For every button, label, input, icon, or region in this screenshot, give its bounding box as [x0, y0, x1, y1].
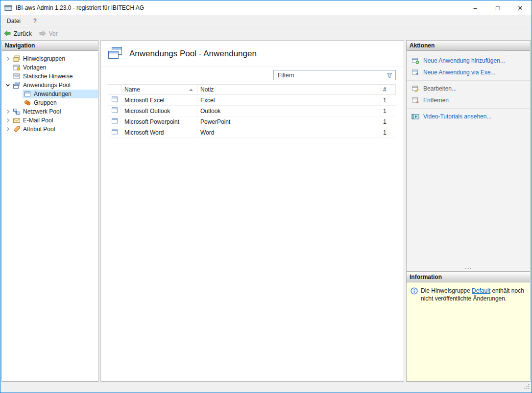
separator — [407, 80, 530, 81]
default-group-link[interactable]: Default — [472, 287, 490, 294]
application-icon — [111, 96, 118, 104]
information-panel: Information Die Hinweisgruppe Default en… — [406, 272, 531, 382]
action-neue-anwendung-hinzufuegen[interactable]: Neue Anwendung hinzufügen... — [407, 55, 530, 67]
close-icon: ✕ — [518, 4, 523, 12]
close-button[interactable]: ✕ — [509, 0, 532, 15]
panel-splitter[interactable] — [407, 266, 530, 271]
status-bar — [0, 382, 532, 393]
column-header-count[interactable]: # — [380, 85, 396, 94]
info-icon — [411, 287, 418, 295]
chevron-right-icon[interactable] — [4, 56, 12, 61]
forward-arrow-icon — [39, 29, 47, 39]
tree-item-anwendungs-pool[interactable]: Anwendungs Pool — [2, 81, 98, 90]
information-header: Information — [407, 272, 530, 282]
new-application-icon — [411, 57, 419, 65]
cell-notiz: PowerPoint — [197, 116, 380, 127]
minimize-button[interactable]: – — [464, 0, 486, 15]
column-header-notiz[interactable]: Notiz — [197, 85, 380, 94]
attribut-pool-icon — [13, 125, 21, 133]
action-bearbeiten[interactable]: Bearbeiten... — [407, 83, 530, 94]
tree-item-anwendungen[interactable]: Anwendungen — [2, 90, 98, 98]
navigation-header: Navigation — [2, 41, 98, 51]
applications-header-icon — [108, 46, 122, 61]
cell-notiz: Word — [197, 127, 380, 138]
chevron-right-icon[interactable] — [4, 118, 12, 123]
title-bar: IBI-aws Admin 1.23.0 - registriert für I… — [0, 0, 532, 15]
applications-table: Name Notiz # Microsoft Excel Excel 1 Mic… — [108, 84, 396, 138]
client-area: Navigation Hinweisgruppen Vorlagen Stati… — [0, 40, 532, 382]
maximize-icon: □ — [496, 4, 500, 12]
actions-panel: Aktionen Neue Anwendung hinzufügen... Ne… — [406, 40, 531, 272]
tree-item-statische-hinweise[interactable]: Statische Hinweise — [2, 72, 98, 81]
menu-datei[interactable]: Datei — [7, 18, 21, 24]
tree-item-vorlagen[interactable]: Vorlagen — [2, 63, 98, 72]
forward-button[interactable]: Vor — [39, 29, 58, 39]
back-arrow-icon — [3, 29, 11, 39]
tree-item-attribut-pool[interactable]: Attribut Pool — [2, 125, 98, 134]
app-icon — [4, 4, 12, 12]
maximize-button[interactable]: □ — [486, 0, 509, 15]
menu-help[interactable]: ? — [33, 18, 37, 24]
vorlagen-icon — [13, 64, 21, 71]
information-content: Die Hinweisgruppe Default enthält noch n… — [407, 282, 530, 381]
action-neue-anwendung-via-exe[interactable]: Neue Anwendung via Exe... — [407, 67, 530, 78]
anwendungs-pool-icon — [13, 81, 21, 89]
filter-input[interactable] — [278, 70, 386, 80]
back-button[interactable]: Zurück — [3, 29, 32, 39]
new-application-exe-icon — [411, 69, 419, 76]
table-row-outlook[interactable]: Microsoft Outlook Outlook 1 — [108, 106, 396, 116]
chevron-right-icon[interactable] — [4, 109, 12, 114]
cell-count: 1 — [380, 127, 396, 138]
cell-name: Microsoft Excel — [121, 95, 197, 105]
chevron-down-icon[interactable] — [4, 83, 12, 88]
main-panel: Anwendungs Pool - Anwendungen Name Notiz… — [100, 40, 404, 382]
application-icon — [111, 107, 118, 115]
cell-notiz: Outlook — [197, 106, 380, 116]
email-pool-icon — [13, 116, 21, 124]
cell-notiz: Excel — [197, 95, 380, 105]
actions-header: Aktionen — [407, 41, 530, 51]
window-title: IBI-aws Admin 1.23.0 - registriert für I… — [16, 4, 144, 11]
cell-count: 1 — [380, 106, 396, 116]
column-header-icon — [108, 85, 121, 94]
page-title: Anwendungs Pool - Anwendungen — [129, 49, 257, 59]
column-header-name[interactable]: Name — [121, 85, 197, 94]
separator — [407, 108, 530, 109]
action-list: Neue Anwendung hinzufügen... Neue Anwend… — [407, 51, 530, 122]
tree-item-email-pool[interactable]: E-Mail Pool — [2, 116, 98, 125]
tree-item-hinweisgruppen[interactable]: Hinweisgruppen — [2, 54, 98, 63]
gruppen-icon — [24, 99, 31, 107]
edit-icon — [411, 85, 419, 92]
action-entfernen[interactable]: Entfernen — [407, 94, 530, 106]
remove-icon — [411, 96, 419, 104]
tree-item-gruppen[interactable]: Gruppen — [2, 98, 98, 107]
application-icon — [111, 128, 118, 137]
chevron-right-icon[interactable] — [4, 127, 12, 132]
table-row-excel[interactable]: Microsoft Excel Excel 1 — [108, 95, 396, 106]
filter-box — [273, 70, 396, 80]
filter-row — [101, 67, 404, 83]
tree-item-netzwerk-pool[interactable]: Netzwerk Pool — [2, 107, 98, 116]
resize-grip[interactable] — [524, 383, 530, 391]
minimize-icon: – — [473, 4, 477, 12]
table-row-word[interactable]: Microsoft Word Word 1 — [108, 127, 396, 138]
right-column: Aktionen Neue Anwendung hinzufügen... Ne… — [406, 40, 531, 382]
video-tutorials-icon — [411, 113, 419, 120]
netzwerk-pool-icon — [13, 108, 21, 116]
table-row-powerpoint[interactable]: Microsoft Powerpoint PowerPoint 1 — [108, 116, 396, 127]
navigation-panel: Navigation Hinweisgruppen Vorlagen Stati… — [1, 40, 98, 382]
cell-count: 1 — [380, 95, 396, 105]
action-video-tutorials[interactable]: Video-Tutorials ansehen... — [407, 111, 530, 122]
cell-name: Microsoft Outlook — [121, 106, 197, 116]
filter-funnel-icon[interactable] — [386, 72, 393, 79]
toolbar: Zurück Vor — [0, 27, 532, 40]
menu-bar: Datei ? — [0, 15, 532, 27]
cell-name: Microsoft Powerpoint — [121, 116, 197, 127]
table-header-row: Name Notiz # — [108, 84, 396, 95]
hinweisgruppen-icon — [13, 55, 21, 63]
anwendungen-icon — [24, 90, 31, 98]
navigation-tree: Hinweisgruppen Vorlagen Statische Hinwei… — [2, 51, 98, 134]
statische-hinweise-icon — [13, 72, 21, 80]
main-header: Anwendungs Pool - Anwendungen — [101, 41, 404, 67]
app-window: IBI-aws Admin 1.23.0 - registriert für I… — [0, 0, 532, 393]
